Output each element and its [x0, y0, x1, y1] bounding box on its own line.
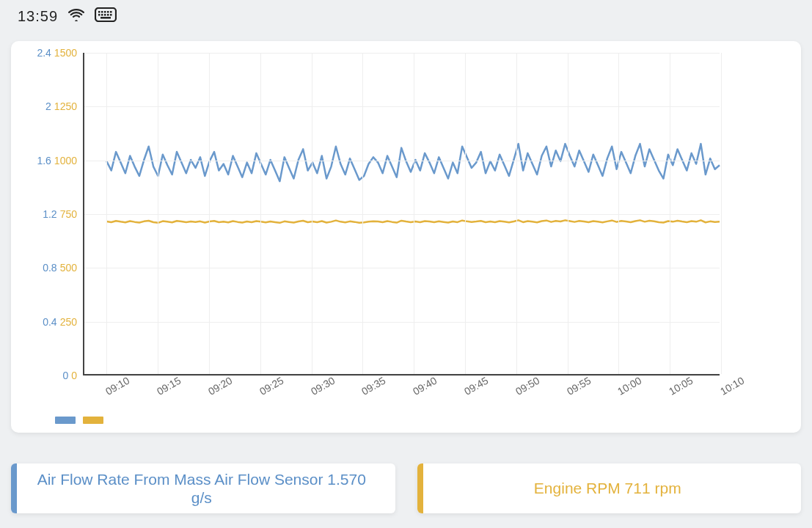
svg-rect-1	[98, 11, 100, 13]
x-tick: 10:00	[615, 374, 643, 397]
legend-swatch-rpm[interactable]	[83, 417, 103, 424]
y-tick-gold: 250	[60, 316, 77, 328]
svg-rect-7	[101, 14, 103, 16]
chart-svg	[84, 53, 720, 374]
info-card-maf[interactable]: Air Flow Rate From Mass Air Flow Sensor …	[11, 463, 395, 513]
y-tick-blue: 1.6	[37, 155, 51, 166]
x-tick: 09:10	[103, 374, 131, 397]
svg-rect-3	[104, 11, 106, 13]
y-tick-blue: 1.2	[43, 208, 56, 220]
svg-rect-11	[100, 17, 111, 19]
info-row: Air Flow Rate From Mass Air Flow Sensor …	[11, 463, 801, 513]
x-tick: 09:55	[565, 374, 593, 397]
x-tick: 09:20	[206, 374, 234, 397]
info-card-rpm[interactable]: Engine RPM 711 rpm	[417, 463, 802, 513]
plot-area[interactable]	[83, 53, 720, 375]
y-tick-gold: 750	[60, 208, 77, 220]
x-tick: 09:30	[309, 374, 337, 397]
stripe-gold	[417, 463, 423, 513]
stripe-blue	[11, 463, 17, 513]
series-line	[106, 220, 720, 222]
legend	[55, 417, 103, 424]
chart-card: 000.42500.85001.27501.61000212502.41500 …	[11, 41, 801, 433]
status-bar: 13:59	[18, 7, 117, 26]
y-tick-blue: 0	[62, 370, 68, 381]
svg-rect-10	[110, 14, 112, 16]
x-tick: 09:35	[359, 374, 387, 397]
svg-rect-5	[110, 11, 112, 13]
x-tick: 09:25	[257, 374, 285, 397]
rpm-label: Engine RPM 711 rpm	[428, 479, 789, 497]
x-tick: 09:45	[462, 374, 490, 397]
legend-swatch-maf[interactable]	[55, 417, 76, 424]
x-tick: 09:40	[411, 374, 439, 397]
x-tick: 10:10	[718, 374, 746, 397]
svg-rect-2	[101, 11, 103, 13]
y-tick-gold: 1250	[54, 100, 77, 112]
y-axis-ticks: 000.42500.85001.27501.61000212502.41500	[11, 53, 80, 375]
keyboard-icon	[95, 7, 117, 26]
svg-rect-8	[104, 14, 106, 16]
svg-rect-6	[98, 14, 100, 16]
svg-rect-4	[107, 11, 109, 13]
x-tick: 09:50	[513, 374, 541, 397]
x-axis-ticks: 09:1009:1509:2009:2509:3009:3509:4009:45…	[83, 377, 720, 414]
y-tick-blue: 2.4	[37, 47, 51, 59]
y-tick-gold: 1000	[54, 155, 77, 166]
y-tick-gold: 1500	[54, 47, 77, 59]
wifi-icon	[68, 8, 84, 25]
y-tick-blue: 2	[45, 100, 51, 112]
y-tick-gold: 0	[71, 370, 77, 381]
clock: 13:59	[18, 8, 58, 25]
y-tick-gold: 500	[60, 262, 77, 274]
series-line	[106, 144, 720, 181]
maf-label: Air Flow Rate From Mass Air Flow Sensor …	[21, 470, 382, 507]
x-tick: 09:15	[155, 374, 183, 397]
y-tick-blue: 0.4	[43, 316, 56, 328]
y-tick-blue: 0.8	[43, 262, 56, 274]
x-tick: 10:05	[667, 374, 695, 397]
svg-rect-9	[107, 14, 109, 16]
